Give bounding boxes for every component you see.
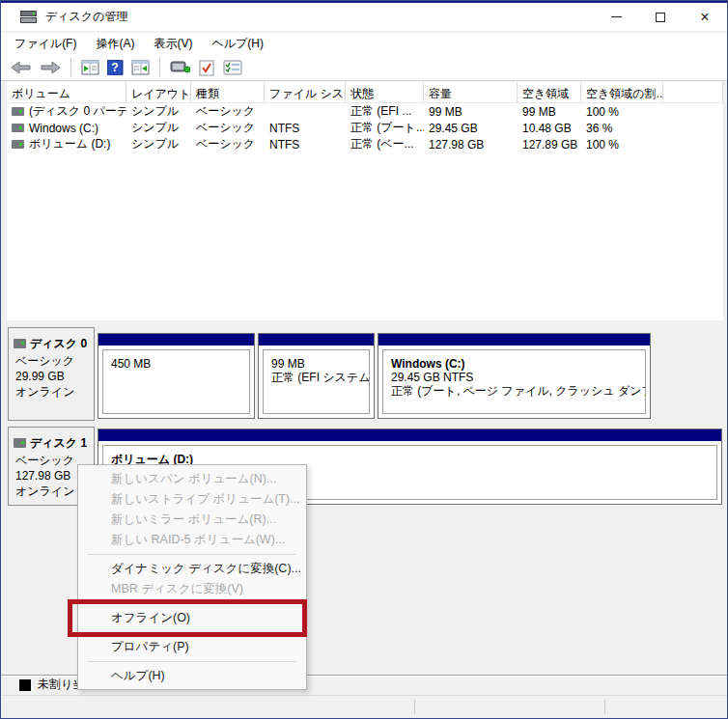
- annotation-highlight-box: [68, 599, 307, 637]
- menu-bar: ファイル(F) 操作(A) 表示(V) ヘルプ(H): [1, 33, 727, 55]
- partition-size: 450 MB: [111, 357, 249, 371]
- view-monitor-icon[interactable]: [170, 60, 190, 75]
- disk-management-window: ディスクの管理 × ファイル(F) 操作(A) 表示(V) ヘルプ(H) ?: [0, 0, 728, 719]
- minimize-icon: [611, 16, 622, 17]
- cell-fs: NTFS: [265, 122, 346, 135]
- show-console-tree-icon[interactable]: [81, 60, 99, 75]
- partition-recovery[interactable]: 450 MB: [98, 333, 255, 419]
- status-bar: [1, 695, 727, 718]
- table-row[interactable]: (ディスク 0 パーティシ... シンプル ベーシック 正常 (EFI ... …: [7, 103, 723, 120]
- volume-name: Windows (C:): [29, 122, 98, 135]
- partition-windows-c[interactable]: Windows (C:) 29.45 GB NTFS 正常 (ブート, ページ …: [378, 333, 651, 419]
- cell-status: 正常 (ベー...: [346, 136, 424, 152]
- volume-icon: [12, 107, 24, 116]
- cell-layout: シンプル: [126, 103, 191, 120]
- toolbar-separator: [159, 58, 160, 77]
- cell-fs: NTFS: [265, 138, 346, 152]
- disk-type: ベーシック: [9, 353, 94, 369]
- header-volume[interactable]: ボリューム: [7, 82, 126, 103]
- menu-item-new-striped-volume: 新しいストライプ ボリューム(T)...: [78, 489, 306, 510]
- disk-icon: [14, 438, 26, 448]
- statusbar-separator: [604, 700, 605, 714]
- menu-help[interactable]: ヘルプ(H): [202, 32, 273, 56]
- check-list-icon[interactable]: [198, 60, 215, 76]
- partition-status: 正常 (EFI システム パー: [271, 371, 369, 384]
- toolbar-separator: [70, 58, 71, 77]
- menu-item-convert-dynamic[interactable]: ダイナミック ディスクに変換(C)...: [78, 559, 306, 579]
- toolbar: ?: [1, 55, 727, 81]
- header-layout[interactable]: レイアウト: [126, 82, 191, 103]
- partition-color-bar: [98, 334, 254, 346]
- menu-item-new-spanned-volume: 新しいスパン ボリューム(N)...: [78, 469, 306, 489]
- header-empty: [663, 82, 723, 103]
- cell-type: ベーシック: [191, 103, 265, 120]
- disk-name: ディスク 1: [30, 435, 87, 451]
- partition-color-bar: [259, 334, 374, 346]
- close-icon: ×: [700, 13, 709, 22]
- menu-item-new-mirrored-volume: 新しいミラー ボリューム(R)...: [78, 510, 306, 530]
- header-status[interactable]: 状態: [346, 82, 424, 103]
- menu-file[interactable]: ファイル(F): [5, 32, 86, 56]
- menu-item-help[interactable]: ヘルプ(H): [78, 666, 306, 686]
- volume-list: ボリューム レイアウト 種類 ファイル システム 状態 容量 空き領域 空き領域…: [7, 82, 723, 320]
- cell-type: ベーシック: [191, 136, 265, 152]
- cell-capacity: 99 MB: [424, 105, 518, 119]
- menu-item-new-raid5-volume: 新しい RAID-5 ボリューム(W)...: [78, 530, 306, 550]
- header-free[interactable]: 空き領域: [518, 82, 581, 103]
- maximize-button[interactable]: [638, 3, 683, 31]
- cell-free: 10.48 GB: [518, 122, 581, 135]
- table-row[interactable]: Windows (C:) シンプル ベーシック NTFS 正常 (ブート... …: [7, 120, 723, 136]
- disk-status: オンライン: [9, 384, 94, 400]
- disk0-label[interactable]: ディスク 0 ベーシック 29.99 GB オンライン: [8, 327, 95, 421]
- header-type[interactable]: 種類: [191, 82, 265, 103]
- cell-status: 正常 (ブート...: [346, 120, 424, 136]
- cell-layout: シンプル: [126, 136, 191, 152]
- partition-color-bar: [378, 334, 650, 346]
- cell-capacity: 127.98 GB: [424, 138, 518, 152]
- cell-free-pct: 100 %: [581, 105, 663, 119]
- partition-status: 正常 (ブート, ページ ファイル, クラッシュ ダンプ, ベーシック デ: [391, 384, 645, 398]
- title-bar: ディスクの管理 ×: [1, 1, 727, 31]
- table-row[interactable]: ボリューム (D:) シンプル ベーシック NTFS 正常 (ベー... 127…: [7, 136, 723, 152]
- statusbar-separator: [414, 700, 415, 714]
- menu-view[interactable]: 表示(V): [144, 32, 202, 56]
- volume-icon: [12, 140, 24, 149]
- menu-action[interactable]: 操作(A): [86, 32, 144, 56]
- volume-name: (ディスク 0 パーティシ...: [29, 103, 126, 120]
- partition-name: Windows (C:): [391, 357, 645, 371]
- cell-type: ベーシック: [191, 120, 265, 136]
- cell-layout: シンプル: [126, 120, 191, 136]
- disk-context-menu: 新しいスパン ボリューム(N)... 新しいストライプ ボリューム(T)... …: [77, 464, 307, 690]
- menu-separator: [88, 661, 296, 662]
- header-capacity[interactable]: 容量: [424, 82, 518, 103]
- cell-free: 127.89 GB: [518, 138, 581, 152]
- cell-free: 99 MB: [518, 105, 581, 119]
- partition-efi[interactable]: 99 MB 正常 (EFI システム パー: [258, 333, 375, 419]
- window-title: ディスクの管理: [45, 9, 127, 25]
- partition-size: 29.45 GB NTFS: [391, 371, 645, 384]
- help-icon[interactable]: ?: [107, 60, 124, 75]
- show-action-pane-icon[interactable]: [131, 60, 150, 75]
- header-fs[interactable]: ファイル システム: [265, 82, 346, 103]
- menu-separator: [88, 554, 296, 555]
- disk-name: ディスク 0: [30, 336, 87, 351]
- partition-size: 99 MB: [271, 357, 369, 371]
- cell-free-pct: 36 %: [581, 122, 663, 135]
- menu-item-convert-mbr: MBR ディスクに変換(V): [78, 579, 306, 599]
- svg-text:?: ?: [111, 61, 118, 74]
- header-free-pct[interactable]: 空き領域の割...: [581, 82, 663, 103]
- cell-status: 正常 (EFI ...: [346, 103, 424, 120]
- volume-list-header: ボリューム レイアウト 種類 ファイル システム 状態 容量 空き領域 空き領域…: [7, 82, 723, 103]
- close-button[interactable]: ×: [683, 3, 727, 31]
- volume-icon: [12, 124, 24, 132]
- minimize-button[interactable]: [594, 3, 638, 31]
- cell-free-pct: 100 %: [581, 138, 663, 152]
- disk-icon: [14, 339, 26, 348]
- unallocated-swatch: [19, 679, 31, 691]
- back-icon[interactable]: [11, 60, 32, 75]
- app-icon: [20, 11, 37, 23]
- menu-item-properties[interactable]: プロパティ(P): [78, 637, 306, 657]
- properties-icon[interactable]: [223, 60, 242, 75]
- forward-icon[interactable]: [40, 60, 61, 75]
- partition-color-bar: [98, 429, 721, 441]
